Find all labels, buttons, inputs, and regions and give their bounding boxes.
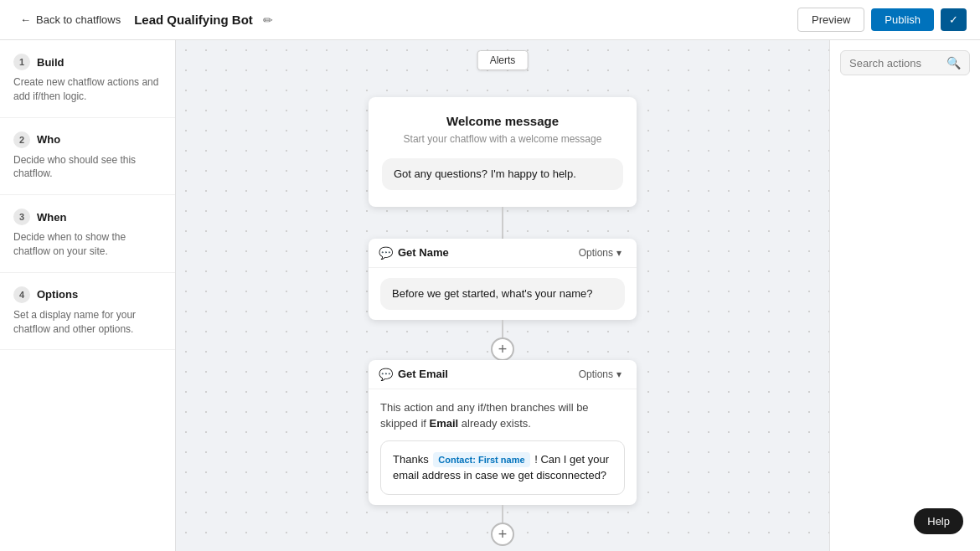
main-area: 1 Build Create new chatflow actions and … (0, 40, 980, 551)
step-4-header: 4 Options (13, 286, 162, 303)
get-name-body: Before we get started, what's your name? (369, 268, 637, 320)
step-1-header: 1 Build (13, 54, 162, 70)
step-1-number: 1 (13, 54, 30, 70)
search-icon-button[interactable]: 🔍 (946, 56, 961, 70)
sidebar-step-options[interactable]: 4 Options Set a display name for your ch… (0, 273, 175, 351)
canvas: Alerts Welcome message Start your chatfl… (176, 40, 829, 551)
connector-1a (502, 207, 503, 223)
step-1-desc: Create new chatflow actions and add if/t… (13, 75, 162, 104)
get-name-options-label: Options (579, 247, 613, 259)
welcome-bubble[interactable]: Got any questions? I'm happy to help. (382, 158, 623, 190)
skip-bold-text: Email (430, 417, 459, 430)
get-name-header-left: 💬 Get Name (379, 246, 449, 260)
edit-icon: ✏ (263, 13, 273, 27)
step-2-desc: Decide who should see this chatflow. (13, 153, 162, 182)
connector-3: + (502, 505, 503, 534)
search-icon: 🔍 (946, 56, 961, 70)
get-name-header: 💬 Get Name Options ▾ (369, 239, 637, 268)
get-email-node: 💬 Get Email Options ▾ This action and an… (369, 360, 637, 505)
topbar-right: Preview Publish ✓ (797, 8, 967, 32)
get-name-title: Get Name (398, 246, 449, 259)
right-panel: 🔍 (829, 40, 980, 551)
canvas-flow: Welcome message Start your chatflow with… (369, 57, 637, 534)
step-3-header: 3 When (13, 209, 162, 225)
step-2-header: 2 Who (13, 131, 162, 148)
get-email-skip-notice: This action and any if/then branches wil… (380, 399, 625, 432)
step-3-label: When (37, 211, 66, 224)
help-button[interactable]: Help (914, 508, 963, 534)
topbar: ← Back to chatflows Lead Qualifying Bot … (0, 0, 980, 40)
connector-1b (502, 223, 503, 239)
back-label: Back to chatflows (36, 13, 121, 26)
page-title: Lead Qualifying Bot (134, 13, 253, 27)
preview-button[interactable]: Preview (797, 8, 864, 32)
get-email-bubble[interactable]: Thanks Contact: First name ! Can I get y… (380, 440, 625, 495)
step-2-number: 2 (13, 131, 30, 148)
get-email-options-label: Options (579, 368, 613, 380)
get-email-body: This action and any if/then branches wil… (369, 389, 637, 505)
page-title-row: Lead Qualifying Bot ✏ (134, 12, 276, 28)
connector-2: + (502, 320, 503, 349)
sidebar-step-build[interactable]: 1 Build Create new chatflow actions and … (0, 40, 175, 118)
step-2-label: Who (37, 133, 60, 146)
step-3-desc: Decide when to show the chatflow on your… (13, 230, 162, 259)
sidebar-step-who[interactable]: 2 Who Decide who should see this chatflo… (0, 118, 175, 196)
search-actions-box: 🔍 (830, 40, 980, 85)
sidebar: 1 Build Create new chatflow actions and … (0, 40, 176, 551)
welcome-node: Welcome message Start your chatflow with… (369, 97, 637, 207)
back-button[interactable]: ← Back to chatflows (13, 10, 127, 29)
sidebar-step-when[interactable]: 3 When Decide when to show the chatflow … (0, 195, 175, 273)
get-name-bubble[interactable]: Before we get started, what's your name? (380, 278, 625, 310)
add-action-button-1[interactable]: + (491, 337, 514, 361)
welcome-node-title: Welcome message (382, 114, 623, 128)
get-email-options-button[interactable]: Options ▾ (574, 367, 627, 382)
step-1-label: Build (37, 56, 64, 69)
skip-notice2-text: already exists. (458, 417, 531, 430)
step-4-label: Options (37, 288, 78, 301)
get-email-title: Get Email (398, 368, 448, 380)
get-email-chevron-icon: ▾ (616, 368, 622, 380)
get-name-node: 💬 Get Name Options ▾ Before we get start… (369, 239, 637, 320)
get-name-options-button[interactable]: Options ▾ (574, 245, 627, 260)
get-email-header-left: 💬 Get Email (379, 368, 448, 381)
alerts-button[interactable]: Alerts (477, 50, 529, 70)
add-action-button-2[interactable]: + (491, 523, 514, 546)
step-4-desc: Set a display name for your chatflow and… (13, 308, 162, 337)
step-4-number: 4 (13, 286, 30, 303)
search-actions-wrapper: 🔍 (840, 50, 970, 75)
bubble-thanks: Thanks (393, 453, 429, 466)
topbar-left: ← Back to chatflows Lead Qualifying Bot … (13, 10, 276, 29)
publish-button[interactable]: Publish (871, 8, 934, 31)
alerts-bar: Alerts (477, 50, 529, 70)
get-email-icon: 💬 (379, 368, 393, 381)
chevron-left-icon: ← (20, 13, 31, 26)
get-name-icon: 💬 (379, 246, 393, 260)
step-3-number: 3 (13, 209, 30, 225)
contact-tag: Contact: First name (433, 452, 529, 468)
edit-title-button[interactable]: ✏ (260, 12, 276, 28)
welcome-node-subtitle: Start your chatflow with a welcome messa… (382, 133, 623, 145)
get-name-chevron-icon: ▾ (616, 247, 622, 259)
publish-check-button[interactable]: ✓ (941, 8, 967, 31)
get-email-header: 💬 Get Email Options ▾ (369, 360, 637, 389)
search-actions-input[interactable] (849, 57, 941, 70)
